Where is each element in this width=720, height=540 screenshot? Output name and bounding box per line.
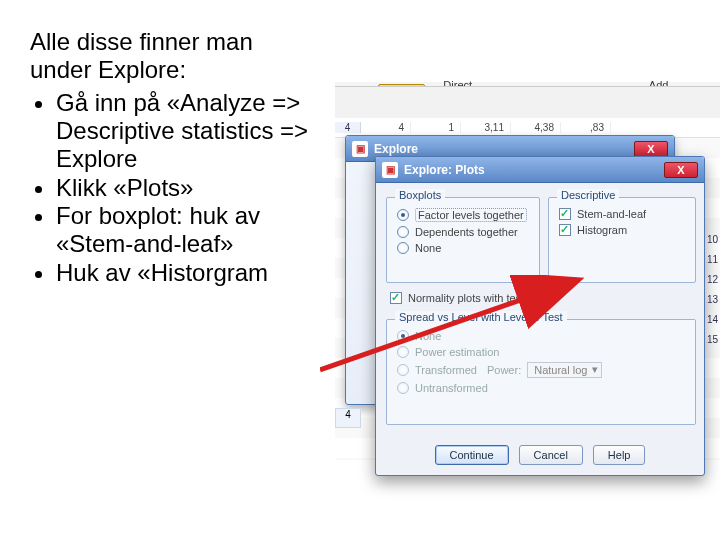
radio-power-estimation[interactable]: Power estimation bbox=[391, 344, 695, 360]
checkbox-icon bbox=[390, 292, 402, 304]
plots-dialog: ▣ Explore: Plots X Boxplots Factor level… bbox=[375, 156, 705, 476]
radio-factor-levels[interactable]: Factor levels together bbox=[391, 206, 539, 224]
row-numbers-right: 10 11 12 13 14 15 bbox=[707, 230, 718, 350]
close-icon[interactable]: X bbox=[634, 141, 668, 157]
check-normality[interactable]: Normality plots with tests bbox=[390, 292, 530, 304]
power-label: Power: bbox=[487, 364, 521, 376]
check-stem-leaf[interactable]: Stem-and-leaf bbox=[553, 206, 695, 222]
instruction-panel: Alle disse finner man under Explore: Gå … bbox=[30, 28, 340, 287]
close-icon[interactable]: X bbox=[664, 162, 698, 178]
cancel-button[interactable]: Cancel bbox=[519, 445, 583, 465]
radio-icon bbox=[397, 242, 409, 254]
cell: 4 bbox=[361, 122, 411, 133]
radio-spread-none[interactable]: None bbox=[391, 328, 695, 344]
instruction-item: Gå inn på «Analyze => Descriptive statis… bbox=[56, 89, 340, 174]
dialog-buttons: Continue Cancel Help bbox=[376, 445, 704, 465]
radio-none[interactable]: None bbox=[391, 240, 539, 256]
checkbox-icon bbox=[559, 208, 571, 220]
cell: 4,38 bbox=[511, 122, 561, 133]
spread-group: Spread vs Level with Levene Test None Po… bbox=[386, 319, 696, 425]
dialog-title-bar[interactable]: ▣ Explore: Plots X bbox=[376, 157, 704, 183]
group-legend: Boxplots bbox=[395, 189, 445, 201]
radio-icon bbox=[397, 346, 409, 358]
power-select[interactable]: Natural log bbox=[527, 362, 602, 378]
group-legend: Descriptive bbox=[557, 189, 619, 201]
radio-transformed[interactable]: Transformed Power: Natural log bbox=[391, 360, 695, 380]
radio-icon bbox=[397, 364, 409, 376]
radio-icon bbox=[397, 382, 409, 394]
dialog-title: Explore: Plots bbox=[404, 163, 485, 177]
spss-icon: ▣ bbox=[352, 141, 368, 157]
row-number: 4 bbox=[335, 122, 361, 133]
radio-icon bbox=[397, 226, 409, 238]
instruction-item: Huk av «Historgram bbox=[56, 259, 340, 287]
instruction-item: Klikk «Plots» bbox=[56, 174, 340, 202]
cell: 3,11 bbox=[461, 122, 511, 133]
boxplots-group: Boxplots Factor levels together Dependen… bbox=[386, 197, 540, 283]
radio-icon bbox=[397, 330, 409, 342]
group-legend: Spread vs Level with Levene Test bbox=[395, 311, 567, 323]
radio-icon bbox=[397, 209, 409, 221]
descriptive-group: Descriptive Stem-and-leaf Histogram bbox=[548, 197, 696, 283]
dialog-title: Explore bbox=[374, 142, 418, 156]
radio-untransformed[interactable]: Untransformed bbox=[391, 380, 695, 396]
instruction-list: Gå inn på «Analyze => Descriptive statis… bbox=[30, 89, 340, 287]
radio-dependents[interactable]: Dependents together bbox=[391, 224, 539, 240]
checkbox-icon bbox=[559, 224, 571, 236]
continue-button[interactable]: Continue bbox=[435, 445, 509, 465]
check-histogram[interactable]: Histogram bbox=[553, 222, 695, 238]
cell: ,83 bbox=[561, 122, 611, 133]
instruction-item: For boxplot: huk av «Stem-and-leaf» bbox=[56, 202, 340, 259]
table-row: 4 bbox=[335, 408, 361, 428]
heading-line-1: Alle disse finner man bbox=[30, 28, 253, 55]
help-button[interactable]: Help bbox=[593, 445, 646, 465]
heading-line-2: under Explore: bbox=[30, 56, 186, 83]
cell: 1 bbox=[411, 122, 461, 133]
spss-icon: ▣ bbox=[382, 162, 398, 178]
